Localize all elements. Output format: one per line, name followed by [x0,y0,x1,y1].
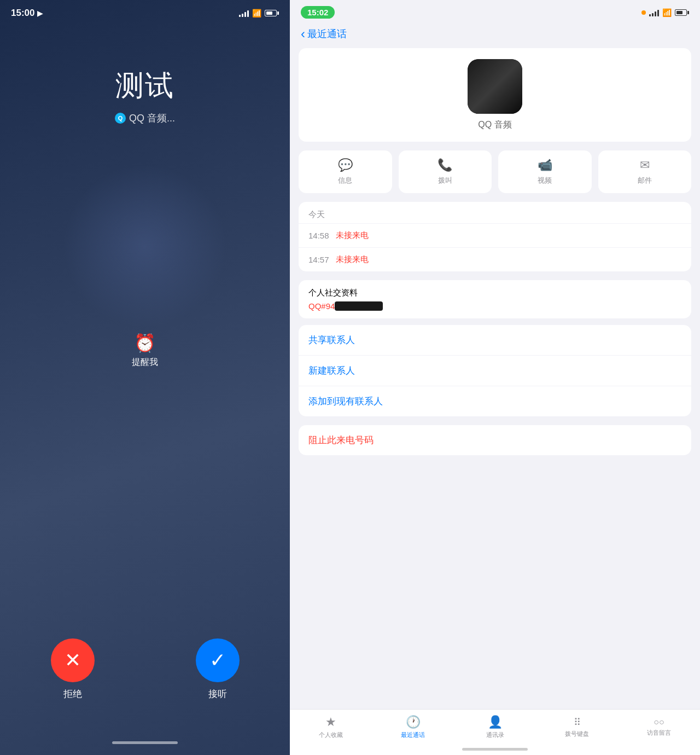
battery-icon [265,10,279,16]
video-button[interactable]: 📹 视频 [498,150,592,193]
right-battery-icon [675,9,689,16]
voicemail-tab-icon: ○○ [654,717,664,727]
reject-button[interactable]: ✕ [51,638,95,682]
mail-label: 邮件 [638,176,652,185]
left-time-display: 15:00 ▶ [11,8,43,19]
voicemail-tab-label: 访音留言 [647,729,671,737]
favorites-tab-label: 个人收藏 [319,731,343,739]
block-section: 阻止此来电号码 [299,425,691,455]
wifi-icon: 📶 [252,9,261,18]
caller-info: 测试 Q QQ 音频... [115,67,175,125]
history-status-2: 未接来电 [336,254,369,265]
add-existing-contact-link[interactable]: 添加到现有联系人 [299,386,691,416]
right-wifi-icon: 📶 [662,8,672,17]
message-button[interactable]: 💬 信息 [299,150,392,193]
reject-icon: ✕ [65,649,81,672]
history-item-1: 14:58 未接来电 [299,223,691,247]
signal-icon [239,9,249,17]
right-nav: ‹ 最近通话 [290,22,700,48]
history-time-2: 14:57 [308,255,336,264]
right-home-indicator [462,748,528,751]
share-contact-link[interactable]: 共享联系人 [299,325,691,356]
incoming-call-screen: 15:00 ▶ 📶 测试 Q QQ 音频... [0,0,290,755]
location-icon: ▶ [37,9,43,18]
social-title: 个人社交资料 [308,288,681,298]
mail-button[interactable]: ✉ 邮件 [598,150,692,193]
new-contact-link[interactable]: 新建联系人 [299,356,691,386]
tab-keypad[interactable]: ⠿ 拨号键盘 [536,710,618,744]
accept-label: 接听 [208,688,227,700]
back-button[interactable]: ‹ 最近通话 [301,26,347,42]
social-profile-section: 个人社交资料 QQ#94●●● [299,280,691,318]
right-signal-icon [649,9,659,16]
contact-name: QQ 音频 [478,119,511,131]
favorites-tab-icon: ★ [325,715,336,729]
call-history-section: 今天 14:58 未接来电 14:57 未接来电 [299,202,691,271]
left-status-bar: 15:00 ▶ 📶 [0,0,290,23]
history-item-2: 14:57 未接来电 [299,247,691,271]
avatar [468,59,522,114]
action-buttons-row: 💬 信息 📞 拨叫 📹 视频 ✉ 邮件 [299,150,691,193]
tab-contacts[interactable]: 👤 通讯录 [454,710,536,744]
remind-icon: ⏰ [132,333,158,353]
history-time-1: 14:58 [308,231,336,240]
tab-recents[interactable]: 🕐 最近通话 [372,710,454,744]
call-button[interactable]: 📞 拨叫 [399,150,492,193]
left-status-icons: 📶 [239,9,279,18]
remind-label: 提醒我 [132,357,158,368]
social-id: QQ#94●●● [308,301,681,311]
left-time-text: 15:00 [11,8,34,19]
video-icon: 📹 [538,158,552,172]
accept-action: ✓ 接听 [196,638,240,700]
keypad-tab-icon: ⠿ [574,716,580,728]
reject-action: ✕ 拒绝 [51,638,95,700]
recent-calls-screen: 15:02 📶 ‹ 最近通话 [290,0,700,755]
call-icon: 📞 [438,158,452,172]
right-time-badge: 15:02 [301,8,335,18]
contact-card: QQ 音频 [299,48,691,142]
message-icon: 💬 [338,158,353,172]
accept-button[interactable]: ✓ [196,638,240,682]
keypad-tab-label: 拨号键盘 [565,730,589,738]
right-status-icons: 📶 [641,8,689,17]
qq-icon: Q [115,113,126,124]
orange-dot-icon [641,10,646,15]
recents-tab-icon: 🕐 [406,715,421,729]
back-label: 最近通话 [307,27,347,40]
contacts-tab-icon: 👤 [488,715,503,729]
remind-section: ⏰ 提醒我 [132,333,158,368]
caller-subtitle-text: QQ 音频... [129,112,175,125]
social-id-blurred: ●●● [335,301,382,311]
accept-icon: ✓ [209,649,226,672]
avatar-image-blurred [468,59,522,114]
reject-label: 拒绝 [63,688,82,700]
back-arrow-icon: ‹ [301,26,305,42]
tab-voicemail[interactable]: ○○ 访音留言 [618,710,700,744]
call-label: 拨叫 [438,176,452,185]
history-header: 今天 [299,202,691,223]
recents-tab-label: 最近通话 [401,731,425,739]
right-status-bar: 15:02 📶 [290,0,700,22]
video-label: 视频 [538,176,552,185]
links-section: 共享联系人 新建联系人 添加到现有联系人 [299,325,691,416]
history-status-1: 未接来电 [336,230,369,241]
message-label: 信息 [338,176,352,185]
block-number-link[interactable]: 阻止此来电号码 [299,425,691,455]
caller-subtitle: Q QQ 音频... [115,112,175,125]
caller-name: 测试 [115,67,175,105]
call-actions: ✕ 拒绝 ✓ 接听 [0,638,290,700]
scrollable-content: QQ 音频 💬 信息 📞 拨叫 📹 视频 ✉ 邮件 今天 [290,48,700,709]
contacts-tab-label: 通讯录 [486,731,504,739]
tab-favorites[interactable]: ★ 个人收藏 [290,710,372,744]
social-id-prefix: QQ#94 [308,301,335,311]
mail-icon: ✉ [640,158,650,172]
home-indicator [112,741,178,744]
